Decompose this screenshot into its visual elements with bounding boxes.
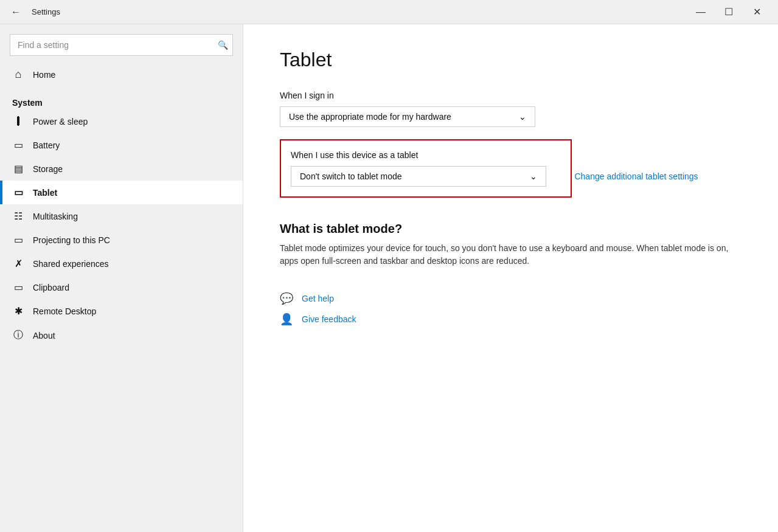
search-input[interactable] [10, 34, 233, 56]
power-sleep-icon: ⏽ [12, 116, 24, 127]
sidebar-label-battery: Battery [33, 140, 60, 150]
sidebar-item-about[interactable]: ⓘ About [0, 323, 243, 348]
tablet-use-label: When I use this device as a tablet [291, 150, 561, 160]
sidebar-label-tablet: Tablet [33, 188, 57, 198]
sign-in-label: When I sign in [280, 91, 742, 100]
sidebar-item-multitasking[interactable]: ☷ Multitasking [0, 204, 243, 228]
what-is-section: What is tablet mode? Tablet mode optimiz… [280, 222, 742, 268]
sidebar-item-battery[interactable]: ▭ Battery [0, 133, 243, 157]
system-section-header: System [0, 88, 243, 110]
sidebar-item-projecting[interactable]: ▭ Projecting to this PC [0, 228, 243, 252]
titlebar-title: Settings [32, 7, 60, 16]
sidebar-label-shared-experiences: Shared experiences [33, 259, 109, 269]
page-title: Tablet [280, 49, 742, 71]
shared-experiences-icon: ✗ [12, 258, 24, 269]
sidebar-label-projecting: Projecting to this PC [33, 235, 110, 245]
what-is-title: What is tablet mode? [280, 222, 742, 236]
battery-icon: ▭ [12, 139, 24, 151]
sidebar-item-remote-desktop[interactable]: ✱ Remote Desktop [0, 299, 243, 323]
main-layout: 🔍 ⌂ Home System ⏽ Power & sleep ▭ Batter… [0, 24, 778, 532]
get-help-item: 💬 Get help [280, 292, 742, 305]
content-area: Tablet When I sign in Use the appropriat… [243, 24, 778, 532]
help-links: 💬 Get help 👤 Give feedback [280, 292, 742, 326]
clipboard-icon: ▭ [12, 282, 24, 293]
tablet-use-dropdown-value: Don't switch to tablet mode [300, 171, 402, 181]
titlebar: ← Settings — ☐ ✕ [0, 0, 778, 24]
tablet-icon: ▭ [12, 187, 24, 198]
sidebar-item-power-sleep[interactable]: ⏽ Power & sleep [0, 110, 243, 133]
sidebar-item-clipboard[interactable]: ▭ Clipboard [0, 275, 243, 299]
sidebar-label-remote-desktop: Remote Desktop [33, 306, 96, 316]
remote-desktop-icon: ✱ [12, 305, 24, 317]
sidebar-label-multitasking: Multitasking [33, 212, 78, 221]
sidebar-item-home[interactable]: ⌂ Home [0, 61, 243, 88]
nav-section: ⌂ Home System ⏽ Power & sleep ▭ Battery … [0, 61, 243, 348]
sidebar: 🔍 ⌂ Home System ⏽ Power & sleep ▭ Batter… [0, 24, 243, 532]
give-feedback-item: 👤 Give feedback [280, 313, 742, 326]
sidebar-label-storage: Storage [33, 164, 63, 174]
change-additional-settings-link[interactable]: Change additional tablet settings [574, 171, 698, 181]
home-icon: ⌂ [12, 68, 24, 81]
sidebar-item-storage[interactable]: ▤ Storage [0, 157, 243, 181]
search-container: 🔍 [10, 34, 233, 56]
sidebar-item-tablet[interactable]: ▭ Tablet [0, 181, 243, 204]
give-feedback-link[interactable]: Give feedback [302, 314, 356, 324]
back-button[interactable]: ← [7, 4, 24, 21]
get-help-icon: 💬 [280, 292, 293, 305]
give-feedback-icon: 👤 [280, 313, 293, 326]
tablet-mode-section: When I use this device as a tablet Don't… [280, 139, 572, 198]
sign-in-dropdown[interactable]: Use the appropriate mode for my hardware… [280, 106, 535, 127]
sign-in-dropdown-value: Use the appropriate mode for my hardware [289, 112, 451, 122]
maximize-button[interactable]: ☐ [715, 0, 743, 24]
storage-icon: ▤ [12, 163, 24, 174]
tablet-use-dropdown[interactable]: Don't switch to tablet mode ⌄ [291, 166, 546, 187]
multitasking-icon: ☷ [12, 210, 24, 222]
tablet-use-dropdown-chevron: ⌄ [530, 171, 537, 181]
sign-in-dropdown-chevron: ⌄ [519, 112, 526, 122]
sidebar-label-power-sleep: Power & sleep [33, 117, 88, 126]
about-icon: ⓘ [12, 329, 24, 342]
sidebar-item-shared-experiences[interactable]: ✗ Shared experiences [0, 252, 243, 275]
what-is-description: Tablet mode optimizes your device for to… [280, 242, 742, 268]
minimize-button[interactable]: — [687, 0, 715, 24]
sidebar-label-about: About [33, 331, 55, 340]
sign-in-section: When I sign in Use the appropriate mode … [280, 91, 742, 127]
titlebar-controls: — ☐ ✕ [687, 0, 771, 24]
home-label: Home [33, 70, 55, 80]
get-help-link[interactable]: Get help [302, 294, 334, 303]
close-button[interactable]: ✕ [743, 0, 771, 24]
search-icon-button[interactable]: 🔍 [218, 40, 228, 50]
sidebar-label-clipboard: Clipboard [33, 283, 69, 292]
titlebar-left: ← Settings [7, 4, 60, 21]
projecting-icon: ▭ [12, 234, 24, 246]
